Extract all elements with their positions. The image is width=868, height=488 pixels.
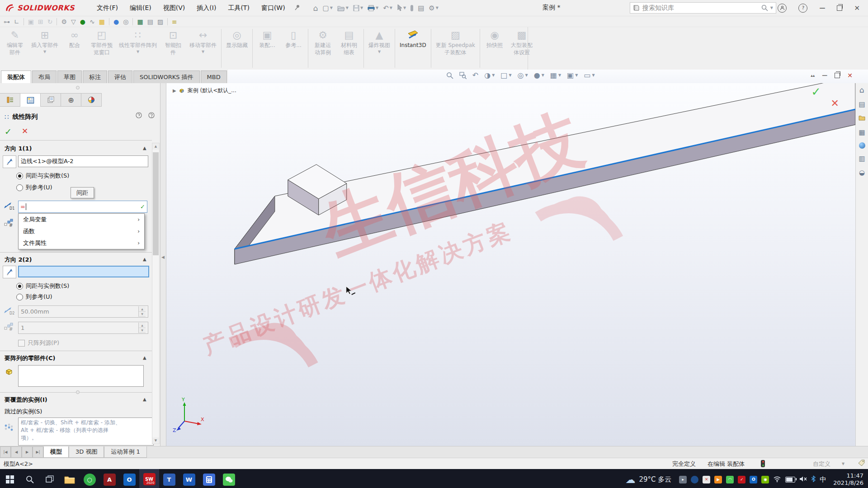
ribbon-button-assembly-features[interactable]: ▣ 装配... xyxy=(254,27,280,70)
verification-icon[interactable]: ● xyxy=(80,19,85,25)
taskbar-acrobat[interactable]: A xyxy=(99,469,119,488)
excel-export-icon[interactable]: ▦ xyxy=(137,19,143,25)
appearances-icon[interactable] xyxy=(859,142,865,149)
tray-display-icon[interactable]: ▸ xyxy=(679,476,687,483)
zoom-fit-icon[interactable] xyxy=(446,72,453,79)
ribbon-button-update-speedpak[interactable]: ▨ 更新 Speedpak 子装配体 xyxy=(433,27,478,70)
apply-scene-icon[interactable]: ▦▼ xyxy=(550,71,561,80)
assembly-structure-icon[interactable]: ⊞ xyxy=(38,19,43,25)
file-explorer-icon[interactable] xyxy=(859,114,866,122)
taskbar-word[interactable]: W xyxy=(179,469,199,488)
account-icon[interactable] xyxy=(778,4,787,13)
taskbar-calculator[interactable] xyxy=(199,469,219,488)
dropdown-arrow-icon[interactable]: ▼ xyxy=(378,50,381,54)
settings-gear-icon[interactable]: ⚙▼ xyxy=(427,3,440,13)
new-document-icon[interactable]: ▢▼ xyxy=(321,3,334,13)
stepper-up-icon[interactable]: ▲ xyxy=(139,306,146,312)
volume-muted-icon[interactable] xyxy=(799,476,807,483)
dropdown-arrow-icon[interactable]: ▼ xyxy=(509,73,511,77)
ribbon-button-move-component[interactable]: ↔ 移动零部件 ▼ xyxy=(186,27,220,70)
breadcrumb-expand-icon[interactable]: ▶ xyxy=(173,88,176,93)
dropdown-arrow-icon[interactable]: ▼ xyxy=(202,50,204,54)
sketch-corner-icon[interactable]: ∟ xyxy=(14,19,19,25)
render-sphere-icon[interactable]: ● xyxy=(113,19,119,25)
ribbon-button-component-preview-window[interactable]: ◰ 零部件预 览窗口 xyxy=(88,27,116,70)
battery-icon[interactable] xyxy=(785,477,795,483)
taskbar-outlook[interactable]: O xyxy=(119,469,139,488)
print-icon[interactable]: ▼ xyxy=(366,4,380,12)
wifi-icon[interactable] xyxy=(773,476,781,483)
ribbon-button-large-assembly-settings[interactable]: ▩ 大型装配 体设置 xyxy=(508,27,536,70)
design-library-icon[interactable]: ▤ xyxy=(859,100,865,108)
menu-edit[interactable]: 编辑(E) xyxy=(124,0,157,16)
help-icon[interactable]: ? xyxy=(798,4,807,13)
tab-assembly[interactable]: 装配体 xyxy=(1,70,31,83)
view-palette-icon[interactable]: ▦ xyxy=(859,128,865,136)
menu-item-functions[interactable]: 函数› xyxy=(19,225,144,237)
ribbon-button-reference-geometry[interactable]: ▯ 参考... xyxy=(280,27,307,70)
magnified-selection-icon[interactable] xyxy=(409,4,415,12)
tab-displaymanager[interactable] xyxy=(81,93,102,107)
direction1-reverse-icon[interactable] xyxy=(3,155,16,168)
home-icon[interactable]: ⌂ xyxy=(312,3,320,14)
graphics-area[interactable]: 生信科技 产品设计研发一体化解决方案 Y X Z xyxy=(166,83,855,446)
tab-annotate[interactable]: 标注 xyxy=(83,70,107,83)
dropdown-arrow-icon[interactable]: ▼ xyxy=(346,6,349,10)
menu-tools[interactable]: 工具(T) xyxy=(222,0,255,16)
tray-wechat-icon[interactable]: ◠ xyxy=(726,476,734,483)
search-icon[interactable] xyxy=(761,5,768,11)
direction2-count-input[interactable]: 1 ▲▼ xyxy=(18,322,148,334)
pattern-block-icon[interactable]: ▦ xyxy=(99,19,105,25)
dropdown-arrow-icon[interactable]: ▼ xyxy=(390,6,392,10)
dropdown-arrow-icon[interactable]: ▼ xyxy=(137,50,139,54)
radio-up-to-reference-2[interactable]: 到参考(U) xyxy=(16,293,52,301)
help-icon[interactable] xyxy=(148,112,155,120)
tab-motion-study-1[interactable]: 运动算例 1 xyxy=(104,446,146,458)
start-button[interactable] xyxy=(0,469,20,488)
ok-button[interactable]: ✓ xyxy=(5,127,12,136)
dropdown-arrow-icon[interactable]: ▼ xyxy=(492,73,495,77)
settings-gear-icon[interactable]: ⚙ xyxy=(61,19,67,25)
spring-icon[interactable]: ∿ xyxy=(90,19,95,25)
select-cursor-icon[interactable]: ▼ xyxy=(396,4,407,12)
taskbar-clock[interactable]: 11:47 2021/8/26 xyxy=(833,472,863,487)
close-button[interactable]: ✕ xyxy=(854,4,860,12)
panel-resize-dot[interactable] xyxy=(76,86,80,89)
display-style-icon[interactable]: □▼ xyxy=(500,71,511,80)
confirmation-cancel-icon[interactable]: ✕ xyxy=(831,98,839,109)
tag-icon[interactable] xyxy=(858,460,865,468)
search-dropdown-icon[interactable]: ▼ xyxy=(770,6,773,10)
stepper-down-icon[interactable]: ▼ xyxy=(139,328,146,333)
doc-close-button[interactable]: ✕ xyxy=(847,72,853,79)
screen-capture-icon[interactable]: ▣ xyxy=(28,19,34,25)
tab-model[interactable]: 模型 xyxy=(43,446,69,458)
radio-up-to-reference-1[interactable]: 到参考(U) xyxy=(16,183,52,192)
ribbon-button-show-hidden-components[interactable]: ◎ 显示隐藏 xyxy=(223,27,251,70)
collapse-chevron-icon[interactable]: ▲ xyxy=(143,145,146,150)
layers-icon[interactable]: ≡ xyxy=(172,19,177,25)
breadcrumb[interactable]: ▶ 案例 (默认<默认_... xyxy=(173,87,236,94)
tray-outlook-icon[interactable]: O xyxy=(750,476,757,483)
tab-featuremanager[interactable] xyxy=(0,93,20,107)
dropdown-arrow-icon[interactable]: ▼ xyxy=(558,73,561,77)
skipped-instances-hint-box[interactable]: 框/套索 - 切换、Shift + 框/套索 - 添加、 Alt + 框/套索 … xyxy=(18,418,154,446)
dropdown-arrow-icon[interactable]: ▼ xyxy=(575,73,578,77)
ribbon-button-smart-fasteners[interactable]: ⊡ 智能扣 件 xyxy=(160,27,186,70)
tab-dimxpertmanager[interactable]: ⊕ xyxy=(61,93,81,107)
save-icon[interactable]: ▼ xyxy=(352,4,364,12)
undo-icon[interactable]: ↶▼ xyxy=(382,3,394,13)
menu-item-file-properties[interactable]: 文件属性› xyxy=(19,237,144,249)
tab-configurationmanager[interactable] xyxy=(41,93,61,107)
count-stepper[interactable]: ▲▼ xyxy=(138,323,146,333)
taskbar-wechat[interactable] xyxy=(219,469,239,488)
cancel-button[interactable]: ✕ xyxy=(22,127,28,136)
selection-filter-icon[interactable]: ▽ xyxy=(71,19,76,25)
ribbon-button-linear-component-pattern[interactable]: ∷ 线性零部件阵列 ▼ xyxy=(116,27,160,70)
custom-properties-icon[interactable]: ▥ xyxy=(859,155,865,163)
performance-indicator-icon[interactable] xyxy=(761,460,765,467)
print-small-icon[interactable]: ▤ xyxy=(147,19,153,25)
accept-formula-icon[interactable]: ✓ xyxy=(140,203,145,210)
image-capture-icon[interactable]: ▨ xyxy=(157,19,163,25)
section-resize-dot[interactable] xyxy=(76,390,80,394)
tab-layout[interactable]: 布局 xyxy=(32,70,57,83)
